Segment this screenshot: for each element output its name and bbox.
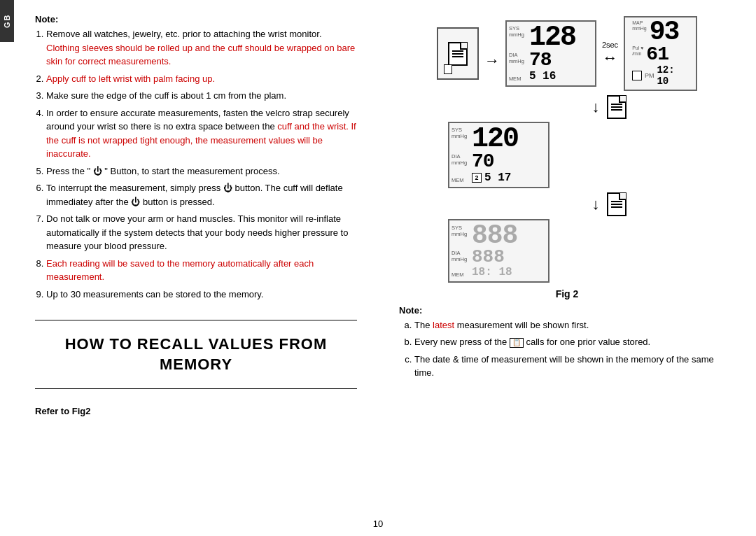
instruction-1: Remove all watches, jewelry, etc. prior … — [46, 27, 357, 69]
mem-badge-2 — [632, 71, 642, 80]
instruction-7: Do not talk or move your arm or hand mus… — [46, 212, 357, 253]
instruction-8: Each reading will be saved to the memory… — [46, 257, 357, 284]
page-number: 10 — [373, 519, 383, 529]
right-notes-list: The latest measurement will be shown fir… — [399, 318, 735, 380]
time-ghost-4: 18: 18 — [472, 266, 542, 278]
right-note-a: The latest measurement will be shown fir… — [414, 318, 735, 332]
sys-label-4: SYSmmHg — [451, 225, 467, 237]
divider-top — [35, 320, 357, 320]
two-sec-label: 2sec — [602, 41, 618, 49]
arrow-down-1: ↓ — [592, 98, 600, 116]
instruction-3: Make sure the edge of the cuff is about … — [46, 89, 357, 103]
pul-label: Pul ♥/min — [632, 45, 643, 56]
mem-label-1: MEM — [509, 76, 522, 82]
dia-label-3: DIAmmHg — [451, 154, 467, 166]
right-note-c: The date & time of measurement will be s… — [414, 353, 735, 380]
time-value-1: 5 16 — [529, 70, 589, 83]
pm-label: PM — [645, 72, 654, 79]
sys-value-1: 128 — [529, 24, 589, 51]
display-panel-1: SYSmmHg DIAmmHg MEM 128 78 5 16 — [505, 20, 596, 87]
sys-ghost-4: 888 — [472, 223, 542, 248]
right-note-label: Note: — [399, 305, 735, 316]
time-value-3: 5 17 — [484, 171, 511, 184]
sys-label-1: SYSmmHg — [509, 26, 524, 38]
dia-value-1: 78 — [529, 51, 589, 70]
gb-tab: GB — [0, 0, 14, 42]
latest-highlight: latest — [433, 320, 454, 330]
document-icon-2 — [607, 95, 626, 119]
mem-num-badge-3: 2 — [472, 173, 482, 183]
arrow-down-2: ↓ — [592, 195, 600, 213]
small-square-icon — [444, 64, 452, 74]
section-title: HOW TO RECALL VALUES FROM MEMORY — [35, 334, 357, 374]
display-panel-3: SYSmmHg DIAmmHg MEM 120 70 2 5 17 — [448, 122, 550, 188]
instruction-6: To interrupt the measurement, simply pre… — [46, 181, 357, 209]
document-icon-3 — [607, 192, 626, 216]
mem-label-4: MEM — [451, 271, 464, 278]
note-label: Note: — [35, 14, 357, 24]
sys-value-3: 120 — [472, 126, 542, 153]
fig2-label: Fig 2 — [556, 288, 579, 299]
instruction-4: In order to ensure accurate measurements… — [46, 106, 357, 161]
time-value-2: 12: 10 — [657, 64, 692, 87]
refer-label: Refer to Fig2 — [35, 406, 357, 416]
instruction-9: Up to 30 measurements can be stored to t… — [46, 288, 357, 302]
instruction-2: Apply cuff to left wrist with palm facin… — [46, 72, 357, 86]
doc-icon-box — [437, 27, 479, 80]
dia-ghost-4: 888 — [472, 248, 542, 266]
arrow-right-1: → — [484, 38, 500, 70]
dia-label-4: DIAmmHg — [451, 250, 467, 262]
right-note-b: Every new press of the 📋 calls for one p… — [414, 335, 735, 349]
display-panel-4: SYSmmHg DIAmmHg MEM 888 888 18: 18 — [448, 219, 550, 283]
map-value: 93 — [650, 20, 679, 44]
instruction-5: Press the " ⏻ " Button, to start the mea… — [46, 164, 357, 178]
sys-label-3: SYSmmHg — [451, 127, 467, 139]
pul-value: 61 — [646, 45, 668, 63]
dia-label-1: DIAmmHg — [509, 52, 524, 64]
divider-bottom — [35, 388, 357, 389]
right-note-section: Note: The latest measurement will be sho… — [392, 299, 742, 387]
mem-label-3: MEM — [451, 178, 464, 183]
diagrams-area: → SYSmmHg DIAmmHg MEM 128 78 5 16 2sec ↔ — [392, 10, 742, 299]
map-label: MAPmmHg — [632, 20, 647, 31]
arrow-left-right: ↔ — [603, 49, 618, 67]
document-icon — [448, 42, 468, 66]
mem-icon-inline: 📋 — [510, 338, 524, 348]
instructions-list: Remove all watches, jewelry, etc. prior … — [35, 27, 357, 304]
display-panel-2: MAPmmHg 93 Pul ♥/min 61 PM 12: 10 — [624, 16, 697, 91]
dia-value-3: 70 — [472, 153, 542, 171]
